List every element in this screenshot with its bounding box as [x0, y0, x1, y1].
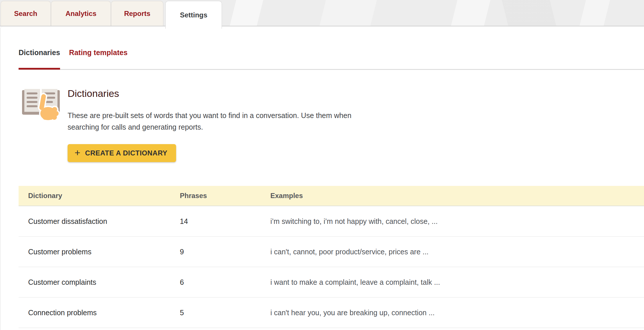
create-dictionary-button[interactable]: + CREATE A DICTIONARY: [68, 144, 176, 162]
cell-phrases: 5: [170, 309, 261, 317]
cell-phrases: 6: [170, 278, 261, 287]
subtab-dictionaries[interactable]: Dictionaries: [19, 47, 60, 70]
settings-sub-tabs: Dictionaries Rating templates: [19, 47, 128, 70]
create-dictionary-button-label: CREATE A DICTIONARY: [85, 149, 167, 157]
tab-search-label: Search: [14, 10, 37, 18]
cell-phrases: 14: [170, 217, 261, 226]
table-row-customer-problems[interactable]: Customer problems 9 i can't, cannot, poo…: [19, 237, 644, 267]
tab-search[interactable]: Search: [1, 1, 51, 26]
tab-settings-label: Settings: [180, 11, 207, 19]
section-description: These are pre-built sets of words that y…: [68, 110, 351, 133]
main-tab-bar: Search Analytics Reports Settings: [0, 0, 644, 26]
column-header-examples: Examples: [261, 192, 644, 200]
screen: Search Analytics Reports Settings Dictio…: [0, 0, 644, 330]
column-header-phrases: Phrases: [170, 192, 261, 200]
subtab-rating-templates[interactable]: Rating templates: [69, 47, 127, 70]
tab-settings[interactable]: Settings: [165, 1, 222, 29]
section-description-line1: These are pre-built sets of words that y…: [68, 111, 351, 119]
table-row-customer-dissatisfaction[interactable]: Customer dissatisfaction 14 i’m switchin…: [19, 206, 644, 237]
content-panel: Dictionaries Rating templates: [0, 26, 644, 330]
tab-reports[interactable]: Reports: [111, 1, 163, 26]
tab-analytics[interactable]: Analytics: [51, 1, 111, 26]
cell-dictionary: Customer dissatisfaction: [19, 217, 170, 226]
cell-examples: i can't hear you, you are breaking up, c…: [261, 309, 644, 317]
cell-dictionary: Connection problems: [19, 309, 170, 317]
open-book-pointing-hand-icon: [21, 86, 61, 123]
cell-examples: i’m switching to, i’m not happy with, ca…: [261, 217, 644, 226]
cell-dictionary: Customer complaints: [19, 278, 170, 287]
dictionaries-table: Dictionary Phrases Examples Customer dis…: [19, 186, 644, 328]
section-title: Dictionaries: [68, 88, 119, 99]
cell-examples: i can't, cannot, poor product/service, p…: [261, 248, 644, 256]
table-header-row: Dictionary Phrases Examples: [19, 186, 644, 206]
cell-dictionary: Customer problems: [19, 248, 170, 256]
cell-phrases: 9: [170, 248, 261, 256]
section-description-line2: searching for calls and generating repor…: [68, 123, 203, 131]
column-header-dictionary: Dictionary: [19, 192, 170, 200]
table-row-customer-complaints[interactable]: Customer complaints 6 i want to make a c…: [19, 267, 644, 298]
cell-examples: i want to make a complaint, leave a comp…: [261, 278, 644, 287]
table-row-connection-problems[interactable]: Connection problems 5 i can't hear you, …: [19, 298, 644, 328]
tab-analytics-label: Analytics: [66, 10, 97, 18]
tab-reports-label: Reports: [124, 10, 151, 18]
